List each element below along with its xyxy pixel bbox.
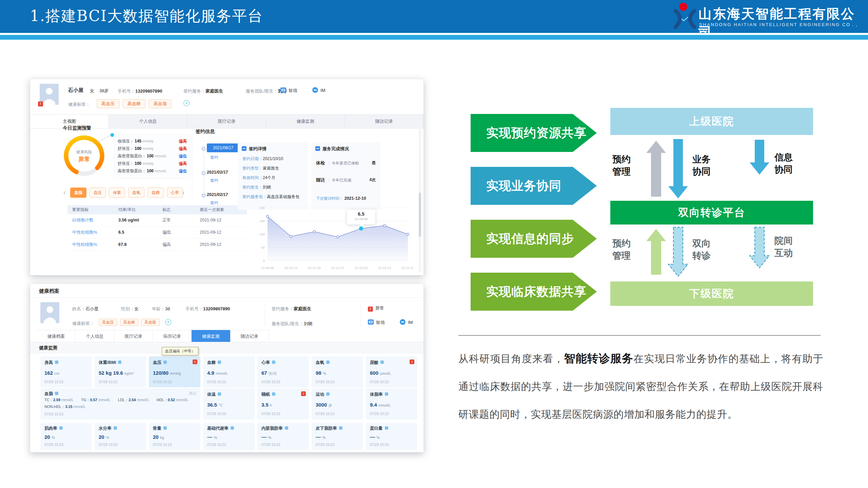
flow-label-appointment: 预约 管理 bbox=[612, 153, 631, 178]
indicator-link[interactable]: 白细胞计数 bbox=[67, 214, 118, 226]
record-title: 健康档案 bbox=[39, 288, 59, 294]
tags-label: 健康标签： bbox=[72, 320, 94, 327]
metric-icon bbox=[114, 426, 117, 430]
im-button[interactable]: IM bbox=[312, 87, 325, 93]
tab[interactable]: 健康档案 bbox=[37, 330, 76, 342]
detail-row: 签约日期：2021/10/10 bbox=[238, 156, 308, 165]
indicator-link[interactable]: 中性粒细胞% bbox=[67, 227, 118, 238]
metric-card[interactable]: 体温 36.5 ℃ 07/29 10:23 bbox=[203, 388, 255, 419]
service-label: 签约服务： bbox=[183, 89, 205, 94]
section-divider bbox=[192, 126, 192, 198]
add-tag-button[interactable] bbox=[165, 319, 171, 325]
metric-card[interactable]: 基础代谢率 — % 07/29 10:23 bbox=[203, 423, 255, 450]
metric-card[interactable]: 内脏脂肪率 — % 07/29 10:23 bbox=[257, 423, 309, 450]
metric-card[interactable]: 体脂率 9.4 mmol/L 07/29 10:23 bbox=[366, 388, 417, 419]
banner-clinical-data: 实现临床数据共享 bbox=[471, 273, 597, 311]
divider bbox=[30, 297, 423, 298]
metric-tag[interactable]: 血压 bbox=[90, 188, 106, 198]
metric-card[interactable]: 水分率 20 % 07/29 10:23 bbox=[95, 423, 146, 450]
bp-warning-tooltip: 血压偏高（中等） bbox=[162, 347, 198, 355]
add-tag-button[interactable] bbox=[183, 100, 190, 106]
metric-tag[interactable]: 血糖 bbox=[147, 188, 164, 198]
tab[interactable]: 病历记录 bbox=[153, 330, 192, 342]
svg-text:0: 0 bbox=[263, 259, 265, 262]
tab[interactable]: 健康监测 bbox=[266, 115, 345, 128]
metric-icon bbox=[285, 426, 288, 430]
lipid-card[interactable]: 血脂 测试 TC：2.59 mmol/LTG：0.57 mmol/LLDL：2.… bbox=[40, 388, 200, 419]
health-tags: 高血压高血糖高血脂 bbox=[97, 99, 175, 108]
company-logo: 山东海天智能工程有限公司 SHANDONG HAITIAN INTELLIGEN… bbox=[673, 2, 863, 32]
divider-line bbox=[458, 335, 821, 336]
chart-tooltip: 6.5 21-09-08 bbox=[347, 210, 375, 225]
detail-row: 有效时间：24个月 bbox=[238, 175, 308, 184]
svg-text:21-10-13: 21-10-13 bbox=[284, 266, 297, 270]
tab[interactable]: 个人信息 bbox=[76, 330, 114, 342]
metric-card[interactable]: 蛋白量 — % 07/29 10:23 bbox=[366, 423, 417, 450]
status-badge: 偏低 bbox=[179, 153, 187, 159]
metric-card[interactable]: 骨量 20 kg 07/29 10:23 bbox=[149, 423, 200, 450]
tab[interactable]: 健康监测 bbox=[192, 330, 230, 342]
timeline-dot bbox=[202, 147, 205, 151]
metric-icon bbox=[218, 392, 221, 396]
commentary-bold: 智能转诊服务 bbox=[564, 352, 633, 365]
tab[interactable]: 医疗记录 bbox=[188, 115, 266, 128]
monitor-title: 今日监测预警 bbox=[63, 125, 91, 131]
metric-card[interactable]: 睡眠 3.5 h 07/29 10:23 bbox=[257, 388, 309, 419]
status-abnormal: 异常 bbox=[368, 305, 384, 312]
signing-title: 签约信息 bbox=[196, 129, 215, 135]
lipid-icon bbox=[55, 392, 58, 395]
health-tag: 高血压 bbox=[99, 319, 117, 326]
metric-card[interactable]: 肌肉率 20 % 07/29 10:23 bbox=[40, 423, 92, 450]
timeline-sign-label: 签约 bbox=[210, 178, 218, 183]
metric-tag[interactable]: 血氧 bbox=[128, 188, 144, 198]
im-button[interactable]: IM bbox=[400, 319, 413, 325]
metric-card[interactable]: 皮下脂肪率 — % 07/29 10:23 bbox=[312, 423, 363, 450]
scrollbar-thumb[interactable] bbox=[419, 193, 421, 237]
metric-row-2: 体温 36.5 ℃ 07/29 10:23 睡眠 3.5 h 07/29 10:… bbox=[203, 388, 417, 419]
sms-button[interactable]: 短信 bbox=[368, 319, 385, 326]
table-header: 重要指标 结果/单位 标志 最近一次测量 bbox=[67, 205, 247, 214]
metric-card[interactable]: 体重/BMI 52 kg 19.6 kg/m² 07/29 10:23 bbox=[95, 356, 146, 387]
metric-card[interactable]: 心率 67 次/分 07/29 10:23 bbox=[257, 356, 309, 387]
svg-text:21-12-22: 21-12-22 bbox=[401, 266, 413, 270]
chevron-left-icon[interactable] bbox=[63, 188, 66, 197]
metric-card[interactable]: 血糖 4.9 mmol/L 07/29 10:23 bbox=[203, 356, 255, 387]
detail-row: 签约医生：刘晓 bbox=[238, 184, 308, 194]
chevron-right-icon[interactable] bbox=[182, 188, 184, 197]
metric-icon bbox=[326, 360, 330, 364]
indicator-link[interactable]: 中性粒细胞% bbox=[67, 239, 118, 251]
svg-text:21-11-19: 21-11-19 bbox=[308, 266, 320, 270]
metric-card[interactable]: 血压 120/80 mmHg 07/29 10:23 bbox=[149, 356, 200, 387]
metric-tag[interactable]: 体重 bbox=[109, 188, 125, 198]
table-row: 中性粒细胞% 6.5 偏低 2021-09-12 bbox=[67, 227, 247, 239]
up-arrow-green bbox=[646, 229, 666, 275]
metric-card[interactable]: 运动 3000 步 07/29 10:23 bbox=[312, 388, 363, 419]
metric-tag[interactable]: 血脂 bbox=[70, 188, 86, 198]
timeline-date-chip[interactable]: 2021/06/17 bbox=[207, 143, 239, 152]
tab[interactable]: 医疗记录 bbox=[114, 330, 153, 342]
alarm-icon bbox=[193, 359, 197, 364]
health-tag: 高血脂 bbox=[141, 319, 160, 326]
flow-label-referral: 双向 转诊 bbox=[692, 237, 711, 262]
tab[interactable]: 随访记录 bbox=[345, 115, 423, 128]
tab[interactable]: 随访记录 bbox=[230, 330, 269, 342]
sms-button[interactable]: 短信 bbox=[280, 87, 297, 94]
metric-card[interactable]: 血氧 98 % 07/29 10:23 bbox=[312, 356, 363, 387]
table-row: 中性粒细胞% 67.8 偏高 2021-09-12 bbox=[67, 239, 247, 251]
timeline-date[interactable]: 2021/02/17 bbox=[207, 170, 228, 175]
scrollbar-track[interactable] bbox=[419, 125, 421, 272]
metric-tag[interactable]: 心率 bbox=[167, 188, 183, 198]
metric-icon bbox=[339, 426, 342, 430]
health-tag: 高血压 bbox=[97, 99, 119, 108]
metric-card[interactable]: 身高 162 cm 07/29 10:23 bbox=[40, 356, 92, 387]
alarm-icon bbox=[301, 391, 306, 396]
tab[interactable]: 个人信息 bbox=[109, 115, 188, 128]
up-arrow-gray bbox=[646, 141, 666, 197]
metric-card[interactable]: 尿酸 600 μmol/L 07/29 10:23 bbox=[366, 356, 417, 387]
im-icon bbox=[400, 319, 406, 325]
metric-icon bbox=[385, 426, 388, 430]
alert-row: 高密度脂蛋白： 100 mmol/L 偏低 bbox=[118, 152, 187, 160]
alert-row: 高密度脂蛋白： 100 mmol/L 偏低 bbox=[118, 167, 187, 175]
timeline-date[interactable]: 2021/02/17 bbox=[207, 192, 228, 197]
flow-label-info: 信息 协同 bbox=[774, 151, 793, 176]
